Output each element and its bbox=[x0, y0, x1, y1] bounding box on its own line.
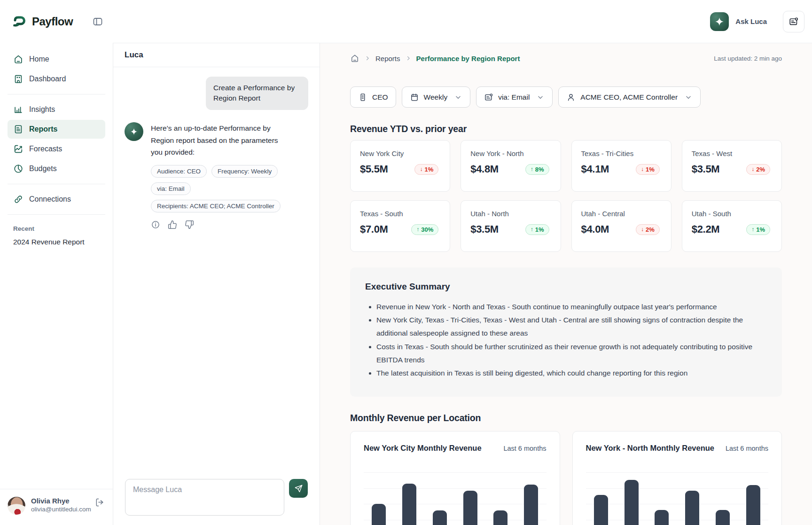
sparkle-icon bbox=[130, 127, 138, 136]
change-badge: ↑1% bbox=[746, 224, 770, 235]
executive-summary-list: Revenue in New York - North and Texas - … bbox=[365, 300, 767, 380]
ask-luca-button[interactable]: Ask Luca bbox=[710, 12, 767, 31]
change-badge: ↑1% bbox=[525, 224, 549, 235]
executive-summary-panel: Executive Summary Revenue in New York - … bbox=[350, 267, 782, 397]
region-label: Utah - Central bbox=[581, 210, 660, 218]
bar bbox=[594, 495, 608, 525]
sidebar-item-connections[interactable]: Connections bbox=[8, 190, 105, 209]
revenue-card-texas-south: Texas - South $7.0M ↑30% bbox=[350, 200, 450, 252]
recent-item-2024-revenue-report[interactable]: 2024 Revenue Report bbox=[8, 234, 105, 250]
chart-range-label: Last 6 months bbox=[503, 445, 546, 452]
filter-recipients[interactable]: ACME CEO, ACME Controller bbox=[558, 86, 701, 108]
gridline bbox=[364, 472, 547, 473]
sidebar-item-reports[interactable]: Reports bbox=[8, 120, 105, 139]
thumbs-down-button[interactable] bbox=[185, 220, 194, 229]
breadcrumb-home-icon[interactable] bbox=[350, 54, 359, 63]
logout-icon bbox=[95, 498, 104, 507]
sidebar-item-dashboard[interactable]: Dashboard bbox=[8, 70, 105, 88]
info-icon bbox=[151, 220, 160, 229]
sidebar-divider bbox=[8, 184, 105, 184]
avatar[interactable] bbox=[8, 497, 25, 515]
chip-via: via: Email bbox=[151, 182, 191, 195]
chip-frequency: Frequency: Weekly bbox=[211, 165, 278, 178]
sidebar-item-insights[interactable]: Insights bbox=[8, 100, 105, 119]
logout-button[interactable] bbox=[94, 497, 105, 508]
chevron-down-icon bbox=[454, 93, 462, 102]
revenue-value: $4.1M bbox=[581, 163, 609, 175]
sidebar-item-label: Connections bbox=[29, 195, 71, 204]
chat-input-row bbox=[113, 470, 320, 525]
change-badge: ↓1% bbox=[414, 164, 438, 175]
arrow-up-icon: ↑ bbox=[416, 226, 419, 233]
sidebar-collapse-button[interactable] bbox=[91, 15, 104, 28]
revenue-card-utah-central: Utah - Central $4.0M ↓2% bbox=[571, 200, 671, 252]
filter-label: ACME CEO, ACME Controller bbox=[580, 93, 678, 102]
filter-frequency[interactable]: Weekly bbox=[402, 86, 471, 108]
chat-messages: Create a Performance by Region Report He… bbox=[113, 67, 320, 470]
bar bbox=[463, 491, 477, 525]
revenue-card-new-york-city: New York City $5.5M ↓1% bbox=[350, 140, 450, 192]
filter-label: CEO bbox=[372, 93, 388, 102]
recent-section-label: Recent bbox=[8, 220, 105, 234]
new-report-button[interactable] bbox=[783, 11, 804, 32]
chat-header: Luca bbox=[113, 43, 320, 67]
summary-bullet: Costs in Texas - South should be further… bbox=[376, 340, 767, 367]
last-updated-text: Last updated: 2 min ago bbox=[714, 55, 782, 62]
chevron-right-icon bbox=[405, 55, 412, 62]
info-button[interactable] bbox=[151, 220, 160, 229]
summary-bullet: The latest acquisition in Texas is still… bbox=[376, 367, 767, 380]
gridline bbox=[586, 488, 769, 489]
region-label: Texas - West bbox=[692, 149, 770, 157]
bar bbox=[524, 485, 538, 525]
charts-section-title: Monthly Revenue per Location bbox=[350, 413, 782, 423]
chart-card-new-york-north: New York - North Monthly Revenue Last 6 … bbox=[572, 431, 782, 525]
breadcrumb-reports[interactable]: Reports bbox=[375, 55, 400, 63]
user-message-bubble: Create a Performance by Region Report bbox=[206, 77, 308, 110]
sidebar-item-home[interactable]: Home bbox=[8, 50, 105, 69]
payflow-logo-icon bbox=[11, 14, 27, 30]
chart-title: New York - North Monthly Revenue bbox=[586, 444, 715, 453]
sidebar-item-label: Home bbox=[29, 55, 49, 63]
thumbs-up-button[interactable] bbox=[168, 220, 177, 229]
arrow-down-icon: ↓ bbox=[641, 166, 644, 172]
send-button[interactable] bbox=[289, 479, 308, 498]
bar-chart-icon bbox=[13, 104, 23, 115]
document-icon bbox=[13, 124, 23, 134]
breadcrumb-current: Performance by Region Report bbox=[416, 55, 520, 63]
arrow-up-icon: ↑ bbox=[531, 166, 533, 172]
pie-icon bbox=[13, 164, 23, 174]
calendar-icon bbox=[410, 93, 419, 102]
filter-label: Weekly bbox=[424, 93, 448, 102]
region-label: Utah - South bbox=[692, 210, 770, 218]
chat-title: Luca bbox=[125, 50, 143, 60]
message-input[interactable] bbox=[125, 479, 284, 516]
user-name: Olivia Rhye bbox=[31, 497, 88, 505]
report-icon bbox=[484, 93, 493, 102]
filter-channel[interactable]: via: Email bbox=[476, 86, 553, 108]
sidebar-item-label: Forecasts bbox=[29, 145, 62, 153]
report-plus-icon bbox=[789, 16, 799, 27]
sidebar: Payflow Home bbox=[0, 0, 113, 525]
trend-icon bbox=[13, 144, 23, 154]
thumbs-down-icon bbox=[185, 220, 194, 229]
change-badge: ↓2% bbox=[636, 224, 660, 235]
region-label: New York City bbox=[360, 149, 438, 157]
arrow-up-icon: ↑ bbox=[531, 226, 533, 233]
brand-logo[interactable]: Payflow bbox=[11, 14, 91, 30]
logo-row: Payflow bbox=[0, 0, 113, 43]
bar bbox=[372, 504, 386, 525]
gridline bbox=[364, 488, 547, 489]
sidebar-item-label: Insights bbox=[29, 105, 55, 114]
bar bbox=[625, 480, 639, 525]
thumbs-up-icon bbox=[168, 220, 177, 229]
sidebar-item-forecasts[interactable]: Forecasts bbox=[8, 140, 105, 158]
sidebar-item-budgets[interactable]: Budgets bbox=[8, 159, 105, 178]
revenue-card-utah-south: Utah - South $2.2M ↑1% bbox=[682, 200, 782, 252]
summary-bullet: Revenue in New York - North and Texas - … bbox=[376, 300, 767, 313]
send-icon bbox=[294, 484, 303, 493]
filter-audience[interactable]: CEO bbox=[350, 86, 396, 108]
revenue-section-title: Revenue YTD vs. prior year bbox=[350, 124, 782, 134]
gridline bbox=[586, 472, 769, 473]
gridline bbox=[586, 520, 769, 520]
revenue-value: $3.5M bbox=[470, 223, 499, 235]
